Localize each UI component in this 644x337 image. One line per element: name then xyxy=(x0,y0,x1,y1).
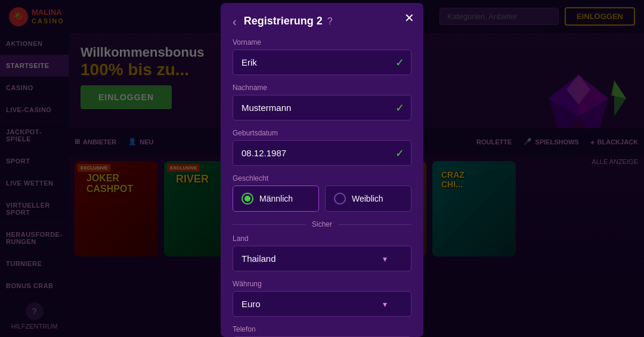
geburtsdatum-check-icon: ✓ xyxy=(395,147,404,160)
vorname-input-wrapper: ✓ xyxy=(233,50,411,75)
modal-close-button[interactable]: ✕ xyxy=(404,12,414,24)
geburtsdatum-input-wrapper: ✓ xyxy=(233,140,411,166)
modal-header: ‹ Registrierung 2 ? xyxy=(233,15,411,27)
land-label: Land xyxy=(233,234,411,243)
vorname-label: Vorname xyxy=(233,38,411,47)
vorname-field-group: Vorname ✓ xyxy=(233,38,411,75)
geburtsdatum-input[interactable] xyxy=(233,140,411,166)
waehrung-label: Währung xyxy=(233,280,411,288)
nachname-label: Nachname xyxy=(233,84,411,92)
radio-weiblich xyxy=(334,193,346,205)
land-chevron-icon: ▾ xyxy=(383,254,387,264)
sicher-divider: Sicher xyxy=(233,220,411,228)
land-value: Thailand xyxy=(242,253,276,264)
nachname-field-group: Nachname ✓ xyxy=(233,84,411,120)
gender-maennlich[interactable]: Männlich xyxy=(233,185,319,212)
gender-weiblich[interactable]: Weiblich xyxy=(325,185,411,212)
geburtsdatum-field-group: Geburtsdatum ✓ xyxy=(233,129,411,166)
gender-maennlich-label: Männlich xyxy=(259,194,293,203)
land-select-wrapper: Thailand ▾ xyxy=(233,246,411,271)
telefon-label: Telefon xyxy=(233,325,411,333)
gender-weiblich-label: Weiblich xyxy=(352,194,383,203)
waehrung-chevron-icon: ▾ xyxy=(383,299,387,309)
modal-back-button[interactable]: ‹ xyxy=(233,16,237,27)
modal-help-icon[interactable]: ? xyxy=(327,16,333,27)
geschlecht-field-group: Geschlecht Männlich Weiblich xyxy=(233,174,411,212)
land-select[interactable]: Thailand ▾ xyxy=(233,246,411,271)
geburtsdatum-label: Geburtsdatum xyxy=(233,129,411,137)
waehrung-value: Euro xyxy=(242,299,261,309)
geschlecht-label: Geschlecht xyxy=(233,174,411,183)
radio-maennlich xyxy=(242,193,253,205)
nachname-input-wrapper: ✓ xyxy=(233,95,411,120)
land-field-group: Land Thailand ▾ xyxy=(233,234,411,271)
modal-overlay: ‹ Registrierung 2 ? ✕ Vorname ✓ Nachname… xyxy=(0,0,644,337)
nachname-check-icon: ✓ xyxy=(395,101,404,115)
waehrung-field-group: Währung Euro ▾ xyxy=(233,280,411,317)
telefon-field-group: Telefon xyxy=(233,325,411,337)
gender-row: Männlich Weiblich xyxy=(233,185,411,212)
waehrung-select-wrapper: Euro ▾ xyxy=(233,291,411,317)
waehrung-select[interactable]: Euro ▾ xyxy=(233,291,411,317)
modal-title: Registrierung 2 xyxy=(244,15,323,27)
vorname-input[interactable] xyxy=(233,50,411,75)
nachname-input[interactable] xyxy=(233,95,411,120)
registration-modal: ‹ Registrierung 2 ? ✕ Vorname ✓ Nachname… xyxy=(221,3,423,337)
vorname-check-icon: ✓ xyxy=(395,56,404,69)
